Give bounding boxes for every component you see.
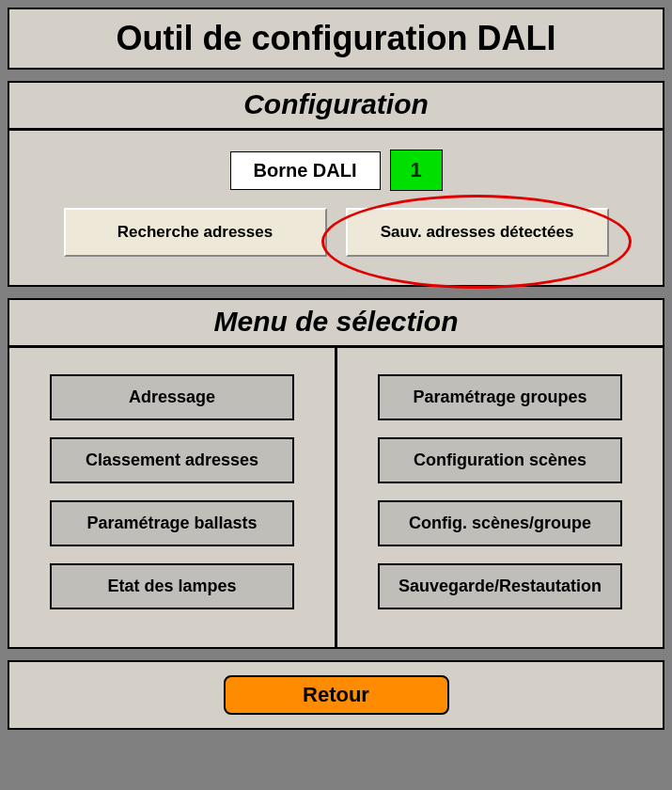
configuration-heading: Configuration (9, 83, 663, 131)
menu-sauvegarde-restauration-button[interactable]: Sauvegarde/Restautation (378, 563, 622, 609)
selection-column-left: Adressage Classement adresses Paramétrag… (9, 348, 337, 647)
search-addresses-button[interactable]: Recherche adresses (64, 208, 327, 257)
save-detected-addresses-button[interactable]: Sauv. adresses détectées (346, 208, 609, 257)
config-buttons-row: Recherche adresses Sauv. adresses détect… (28, 208, 644, 257)
page-title: Outil de configuration DALI (19, 19, 653, 58)
menu-adressage-button[interactable]: Adressage (50, 374, 294, 420)
selection-heading: Menu de sélection (9, 300, 663, 348)
menu-config-scenes-groupe-button[interactable]: Config. scènes/groupe (378, 500, 622, 546)
title-bar: Outil de configuration DALI (8, 8, 664, 70)
configuration-body: Borne DALI 1 Recherche adresses Sauv. ad… (9, 131, 663, 285)
borne-label: Borne DALI (230, 151, 381, 190)
configuration-panel: Configuration Borne DALI 1 Recherche adr… (8, 81, 664, 287)
menu-etat-des-lampes-button[interactable]: Etat des lampes (50, 563, 294, 609)
selection-body: Adressage Classement adresses Paramétrag… (9, 348, 663, 647)
menu-configuration-scenes-button[interactable]: Configuration scènes (378, 437, 622, 483)
menu-classement-adresses-button[interactable]: Classement adresses (50, 437, 294, 483)
borne-row: Borne DALI 1 (28, 150, 644, 191)
menu-parametrage-groupes-button[interactable]: Paramétrage groupes (378, 374, 622, 420)
footer-panel: Retour (8, 660, 664, 730)
back-button[interactable]: Retour (224, 675, 449, 715)
borne-value: 1 (390, 150, 443, 191)
selection-column-right: Paramétrage groupes Configuration scènes… (337, 348, 663, 647)
menu-parametrage-ballasts-button[interactable]: Paramétrage ballasts (50, 500, 294, 546)
selection-menu-panel: Menu de sélection Adressage Classement a… (8, 298, 664, 649)
